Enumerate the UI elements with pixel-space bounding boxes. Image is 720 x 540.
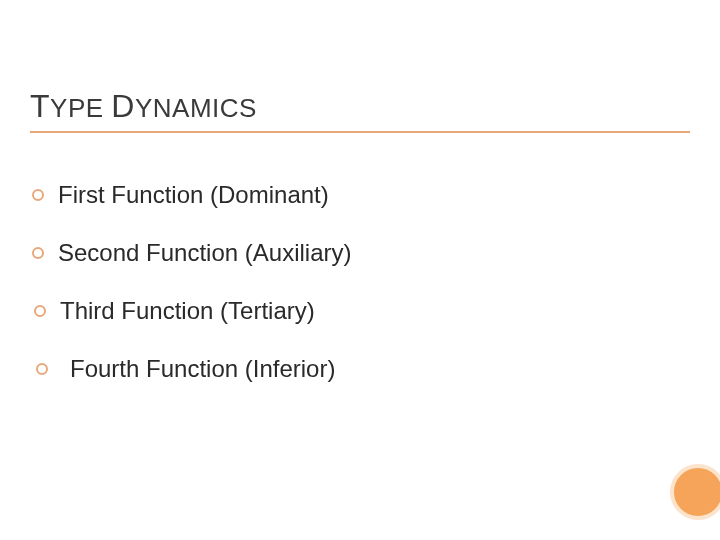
title-word2-cap: D [111, 88, 135, 124]
bullet-circle-icon [34, 305, 46, 317]
bullet-text: Second Function (Auxiliary) [58, 239, 351, 267]
bullet-circle-icon [36, 363, 48, 375]
bullet-text: First Function (Dominant) [58, 181, 329, 209]
title-word1-cap: T [30, 88, 50, 124]
slide-title: TYPE DYNAMICS [30, 88, 690, 125]
bullet-circle-icon [32, 189, 44, 201]
list-item: Fourth Function (Inferior) [32, 355, 690, 383]
list-item: Second Function (Auxiliary) [32, 239, 690, 267]
decorative-circle-icon [670, 464, 720, 520]
bullet-text: Fourth Function (Inferior) [70, 355, 335, 383]
bullet-circle-icon [32, 247, 44, 259]
bullet-list: First Function (Dominant) Second Functio… [30, 181, 690, 383]
title-word1-rest: YPE [50, 93, 104, 123]
list-item: Third Function (Tertiary) [32, 297, 690, 325]
title-underline [30, 131, 690, 133]
title-block: TYPE DYNAMICS [30, 88, 690, 133]
list-item: First Function (Dominant) [32, 181, 690, 209]
slide-container: TYPE DYNAMICS First Function (Dominant) … [0, 0, 720, 540]
title-word2-rest: YNAMICS [135, 93, 257, 123]
bullet-text: Third Function (Tertiary) [60, 297, 315, 325]
